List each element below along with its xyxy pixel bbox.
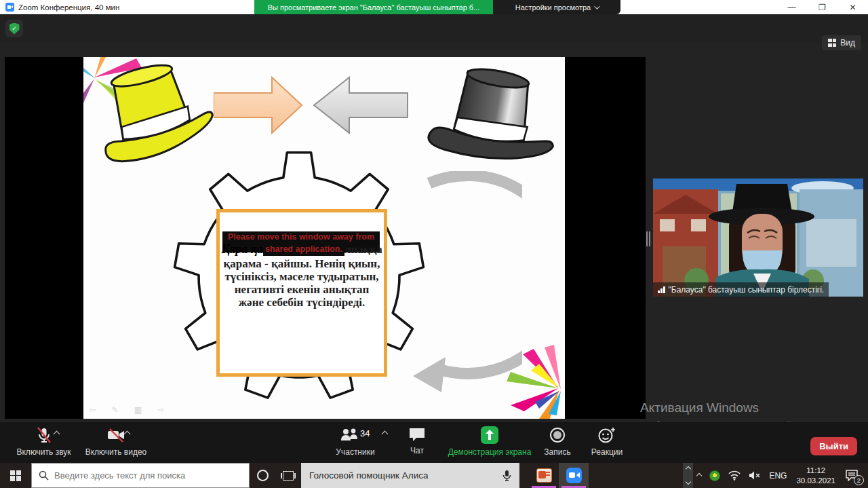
- participants-button[interactable]: 34 Участники: [331, 426, 380, 457]
- windows-logo-icon: [10, 470, 21, 481]
- volume-tray-icon[interactable]: [745, 463, 765, 488]
- taskbar-zoom[interactable]: [559, 463, 589, 488]
- notification-badge: 2: [854, 475, 864, 485]
- wifi-icon: [728, 470, 741, 481]
- shared-screen-area: Please move this window away from the Қа…: [5, 57, 646, 419]
- taskbar-clock[interactable]: 11:12 30.03.2021: [791, 466, 841, 486]
- wifi-tray-icon[interactable]: [724, 463, 745, 488]
- screen-share-banner: Вы просматриваете экран "Балауса" бастау…: [254, 0, 493, 14]
- view-settings-button[interactable]: Настройки просмотра: [493, 0, 620, 14]
- windows-taskbar: Голосовой помощник Алиса: [0, 463, 868, 488]
- start-button[interactable]: [0, 463, 31, 488]
- view-button-label: Вид: [840, 38, 855, 48]
- left-arrow-shape: [313, 76, 409, 134]
- cortana-button[interactable]: [250, 463, 275, 488]
- task-view-icon: [283, 471, 294, 481]
- cortana-icon: [257, 470, 269, 481]
- slide-text-suffix: лпаққа: [344, 243, 382, 256]
- zoom-chrome-bar: ✓ Вид: [0, 14, 868, 43]
- search-icon: [39, 470, 49, 481]
- presentation-slide: Please move this window away from the Қа…: [83, 57, 565, 419]
- zoom-app-icon: [5, 3, 14, 12]
- chevron-down-icon: [594, 3, 599, 9]
- zoom-window: Zoom Конференция, 40 мин Вы просматривае…: [0, 0, 868, 488]
- minimize-button[interactable]: —: [776, 0, 807, 14]
- record-icon: [549, 426, 566, 444]
- reactions-button[interactable]: Реакции: [586, 426, 628, 457]
- powerpoint-icon: [536, 468, 552, 483]
- taskbar-search[interactable]: [31, 463, 250, 488]
- participant-name-label: "Балауса" бастауыш сыныптар бірлестігі.: [653, 282, 829, 297]
- notification-center-button[interactable]: 2: [841, 463, 868, 488]
- participants-label: Участники: [336, 447, 374, 457]
- chat-label: Чат: [410, 446, 424, 455]
- share-screen-label: Демонстрация экрана: [448, 447, 532, 457]
- window-title-bar: Zoom Конференция, 40 мин Вы просматривае…: [0, 0, 868, 14]
- hidden-icons-button[interactable]: [693, 463, 705, 488]
- right-arrow-shape: [214, 76, 303, 134]
- participants-options-chevron[interactable]: [382, 431, 389, 438]
- participant-video[interactable]: "Балауса" бастауыш сыныптар бірлестігі.: [653, 179, 863, 297]
- camera-muted-icon: [106, 426, 126, 444]
- start-video-label: Включить видео: [85, 447, 147, 457]
- chevron-up-icon: [696, 472, 702, 478]
- unmute-label: Включить звук: [16, 447, 71, 457]
- slide-body-text: қарама - қайшы. Ненің қиын, түсініксіз, …: [221, 257, 382, 309]
- speaker-muted-icon: [749, 470, 761, 481]
- reactions-label: Реакции: [591, 447, 623, 457]
- system-tray: ENG 11:12 30.03.2021 2: [683, 463, 868, 488]
- voice-assistant-button[interactable]: Голосовой помощник Алиса: [301, 463, 519, 488]
- scroll-up-icon: [686, 466, 691, 472]
- language-indicator[interactable]: ENG: [765, 463, 791, 488]
- grid-icon: [828, 39, 836, 47]
- mic-muted-icon: [35, 426, 53, 444]
- unmute-button[interactable]: Включить звук: [8, 426, 79, 457]
- slideshow-nav-controls[interactable]: ⇦ ✎ ▦ ⇨: [89, 405, 172, 415]
- antivirus-tray-icon[interactable]: [705, 463, 724, 488]
- chat-icon: [408, 426, 426, 443]
- voice-assistant-label: Голосовой помощник Алиса: [309, 470, 428, 481]
- participant-name: "Балауса" бастауыш сыныптар бірлестігі.: [669, 285, 825, 295]
- participant-video-frame: [653, 179, 863, 297]
- activation-title: Активация Windows: [640, 400, 844, 415]
- zoom-toolbar: Включить звук Включить видео 34: [0, 422, 868, 463]
- share-screen-button[interactable]: Демонстрация экрана: [442, 426, 537, 457]
- task-view-button[interactable]: [275, 463, 301, 488]
- tray-scroll-arrows[interactable]: [683, 463, 693, 488]
- start-video-button[interactable]: Включить видео: [79, 426, 153, 457]
- video-panel-handle[interactable]: [646, 231, 650, 246]
- starburst-decoration: [504, 341, 565, 419]
- share-screen-icon: [481, 426, 498, 444]
- restore-button[interactable]: ❐: [807, 0, 837, 14]
- chat-button[interactable]: Чат: [400, 426, 434, 455]
- record-button[interactable]: Запись: [540, 426, 575, 457]
- signal-bars-icon: [658, 286, 665, 293]
- window-title: Zoom Конференция, 40 мин: [18, 3, 119, 12]
- search-input[interactable]: [54, 470, 224, 481]
- view-button[interactable]: Вид: [822, 35, 861, 50]
- reactions-icon: [597, 426, 616, 444]
- close-button[interactable]: ✕: [837, 0, 868, 14]
- zoom-overlay-warning-line2: shared application.: [263, 243, 344, 256]
- record-label: Запись: [544, 447, 570, 457]
- participants-count: 34: [360, 428, 370, 438]
- clock-date: 30.03.2021: [796, 476, 835, 486]
- scroll-down-icon: [686, 479, 691, 485]
- leave-button[interactable]: Выйти: [810, 437, 857, 455]
- shield-status-icon: [709, 470, 720, 481]
- slide-text-box: Please move this window away from the Қа…: [216, 209, 387, 377]
- shield-check-icon: ✓: [9, 23, 20, 35]
- slide-text-prefix: Қара қа: [221, 242, 263, 256]
- black-hat-image: [421, 61, 564, 180]
- taskbar-powerpoint[interactable]: [529, 463, 559, 488]
- microphone-icon: [502, 470, 511, 482]
- view-settings-label: Настройки просмотра: [515, 3, 591, 12]
- zoom-taskbar-icon: [566, 468, 582, 483]
- clock-time: 11:12: [796, 466, 835, 476]
- security-button[interactable]: ✓: [5, 20, 23, 37]
- participants-icon: [340, 426, 359, 443]
